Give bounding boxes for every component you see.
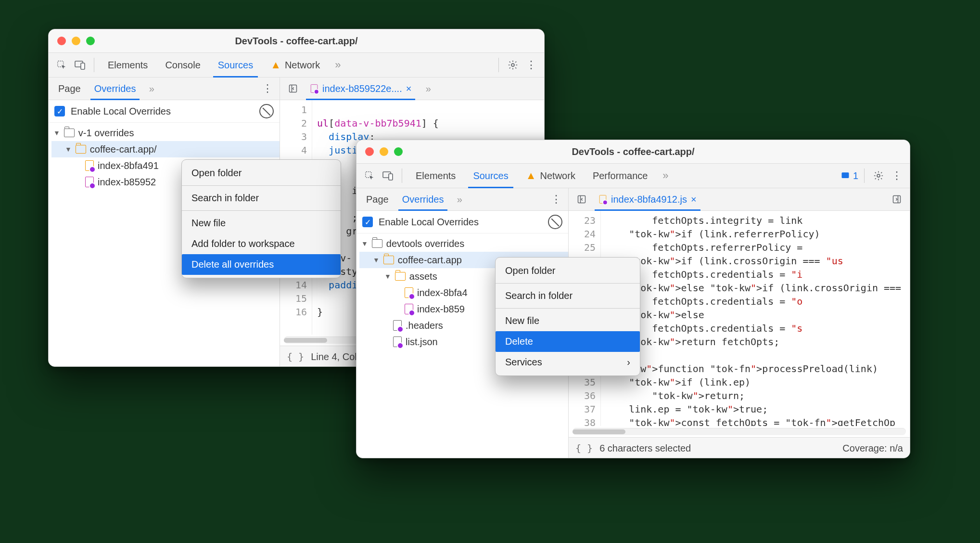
context-menu: Open folder Search in folder New file De…: [495, 257, 640, 376]
issues-count: 1: [853, 170, 858, 181]
minimize-window-button[interactable]: [72, 37, 80, 45]
override-dot-icon: [408, 293, 415, 300]
nav-tab-overrides[interactable]: Overrides: [396, 189, 450, 210]
override-dot-icon: [397, 326, 404, 333]
expand-icon[interactable]: [65, 145, 72, 153]
ctx-search-folder[interactable]: Search in folder: [496, 285, 640, 306]
device-toolbar-icon[interactable]: [380, 168, 396, 184]
tab-performance[interactable]: Performance: [585, 165, 656, 187]
ctx-add-folder[interactable]: Add folder to workspace: [182, 233, 341, 254]
scrollbar-thumb[interactable]: [573, 429, 625, 434]
ctx-open-folder[interactable]: Open folder: [182, 163, 341, 183]
toggle-navigator-icon[interactable]: [285, 80, 301, 97]
kebab-menu-icon[interactable]: ⋮: [523, 57, 539, 73]
tab-network-label: Network: [540, 170, 575, 181]
navigator-tabs: Page Overrides » ⋮: [49, 78, 280, 100]
file-icon: [393, 320, 402, 331]
kebab-menu-icon[interactable]: ⋮: [548, 191, 564, 207]
tree-label: coffee-cart.app/: [90, 144, 157, 155]
toggle-navigator-icon[interactable]: [573, 191, 590, 207]
override-dot-icon: [314, 89, 319, 94]
tab-elements[interactable]: Elements: [408, 165, 463, 187]
tree-label: index-8bfa4: [417, 287, 468, 298]
ctx-new-file[interactable]: New file: [182, 213, 341, 233]
settings-icon[interactable]: [505, 57, 521, 73]
tab-console[interactable]: Console: [157, 54, 208, 77]
nav-tab-page[interactable]: Page: [52, 78, 87, 99]
code-content[interactable]: fetchOpts.integrity = link "tok-kw">if (…: [601, 211, 910, 426]
open-tab[interactable]: index-b859522e.... ×: [306, 78, 415, 99]
ctx-open-folder[interactable]: Open folder: [496, 260, 640, 281]
expand-icon[interactable]: [384, 272, 391, 280]
more-tabs-icon[interactable]: »: [330, 57, 346, 73]
more-open-tabs-icon[interactable]: »: [420, 80, 436, 97]
enable-overrides-checkbox[interactable]: ✓: [54, 106, 65, 116]
chevron-right-icon: ›: [627, 357, 630, 368]
folder-icon: [76, 145, 86, 154]
open-tab-label: index-b859522e....: [322, 83, 402, 94]
ctx-delete[interactable]: Delete: [496, 331, 640, 352]
folder-icon: [383, 256, 394, 264]
warning-icon: ▲: [270, 59, 281, 71]
minimize-window-button[interactable]: [380, 147, 388, 156]
svg-rect-7: [389, 174, 393, 180]
close-window-button[interactable]: [57, 37, 66, 45]
close-tab-icon[interactable]: ×: [691, 194, 697, 205]
expand-icon[interactable]: [361, 240, 368, 247]
tab-elements[interactable]: Elements: [100, 54, 155, 77]
tree-label: .headers: [406, 320, 443, 331]
folder-icon: [395, 272, 406, 281]
device-toolbar-icon[interactable]: [72, 57, 88, 73]
scrollbar-thumb[interactable]: [284, 338, 327, 343]
override-dot-icon: [89, 166, 96, 173]
kebab-menu-icon[interactable]: ⋮: [889, 168, 905, 184]
tab-sources[interactable]: Sources: [210, 54, 261, 77]
tree-root[interactable]: v-1 overrides: [51, 125, 280, 141]
nav-tab-page[interactable]: Page: [360, 189, 395, 210]
svg-rect-2: [81, 63, 85, 69]
window-controls: [365, 147, 403, 156]
ctx-services[interactable]: Services ›: [496, 352, 640, 373]
open-tab[interactable]: index-8bfa4912.js ×: [595, 189, 700, 210]
close-tab-icon[interactable]: ×: [406, 83, 412, 94]
open-file-tabs: index-b859522e.... × »: [280, 78, 544, 100]
horizontal-scrollbar[interactable]: [573, 428, 906, 435]
folder-icon: [372, 239, 382, 248]
pretty-print-icon[interactable]: { }: [287, 351, 304, 362]
clear-overrides-icon[interactable]: [259, 104, 274, 118]
enable-overrides-checkbox[interactable]: ✓: [362, 217, 373, 227]
tree-folder-selected[interactable]: coffee-cart.app/: [51, 141, 280, 157]
clear-overrides-icon[interactable]: [548, 215, 562, 229]
expand-icon[interactable]: [373, 256, 380, 264]
issues-button[interactable]: 1: [840, 170, 858, 181]
zoom-window-button[interactable]: [394, 147, 403, 156]
tab-sources[interactable]: Sources: [465, 165, 516, 187]
folder-icon: [64, 129, 75, 137]
tab-network[interactable]: ▲ Network: [518, 164, 583, 188]
ctx-new-file[interactable]: New file: [496, 310, 640, 331]
tree-label: assets: [409, 271, 437, 282]
more-nav-tabs-icon[interactable]: »: [451, 191, 468, 207]
toggle-debugger-icon[interactable]: [889, 191, 905, 207]
tree-label: coffee-cart.app: [398, 255, 462, 266]
ctx-delete-all-overrides[interactable]: Delete all overrides: [182, 254, 341, 275]
more-nav-tabs-icon[interactable]: »: [143, 80, 160, 97]
tree-label: v-1 overrides: [78, 128, 134, 139]
close-window-button[interactable]: [365, 147, 374, 156]
settings-icon[interactable]: [870, 168, 887, 184]
kebab-menu-icon[interactable]: ⋮: [259, 80, 276, 97]
divider: [496, 308, 640, 309]
tree-root[interactable]: devtools overrides: [359, 235, 568, 252]
zoom-window-button[interactable]: [86, 37, 95, 45]
ctx-search-folder[interactable]: Search in folder: [182, 188, 341, 208]
expand-icon[interactable]: [53, 129, 60, 137]
divider: [402, 168, 402, 183]
pretty-print-icon[interactable]: { }: [575, 442, 593, 454]
inspect-element-icon[interactable]: [361, 168, 378, 184]
nav-tab-overrides[interactable]: Overrides: [89, 78, 142, 99]
selection-label: 6 characters selected: [599, 443, 691, 454]
inspect-element-icon[interactable]: [53, 57, 70, 73]
tab-network[interactable]: ▲ Network: [263, 53, 328, 77]
more-tabs-icon[interactable]: »: [657, 168, 674, 184]
css-file-icon: [85, 177, 94, 187]
